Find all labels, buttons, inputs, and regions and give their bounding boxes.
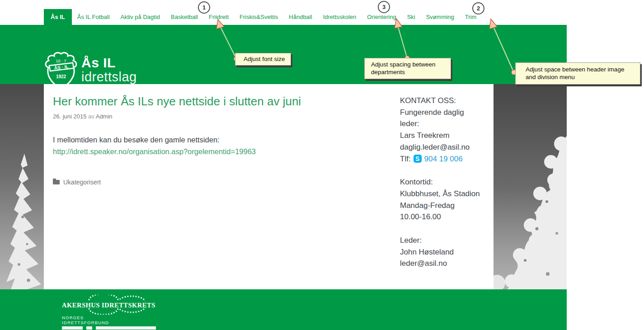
background-image-left [0, 84, 44, 289]
site-title-sub: idrettslag [81, 70, 137, 84]
contact-role-line1: Fungerende daglig [400, 107, 490, 118]
phone-row: Tlf: S 904 19 006 [400, 153, 490, 165]
office-line3: 10.00-16.00 [400, 211, 490, 223]
contact-block: KONTAKT OSS: Fungerende daglig leder: La… [400, 95, 490, 165]
post-category-row: Ukategorisert [53, 179, 351, 186]
webpage: Ås IL Ås IL Fotball Aktiv på Dagtid Bask… [0, 0, 567, 330]
nif-line1: NORGES [62, 315, 109, 320]
leader-block: Leder: John Høsteland leder@asil.no [400, 235, 490, 269]
phone-number-link[interactable]: 904 19 006 [424, 153, 463, 165]
post-author[interactable]: Admin [96, 113, 113, 120]
svg-text:1922: 1922 [56, 74, 66, 79]
nif-bar-3 [96, 326, 156, 330]
phone-label: Tlf: [400, 153, 411, 165]
nav-item-friskis-svettis[interactable]: Friskis&Svettis [234, 9, 283, 25]
contact-name: Lars Treekrem [400, 130, 490, 141]
svg-text:10 · 7: 10 · 7 [56, 59, 66, 63]
norges-idrettsforbund-text: NORGES IDRETTSFORBUND [62, 315, 109, 325]
nav-item-svomming[interactable]: Svømming [421, 9, 460, 25]
nav-item-idrettsskolen[interactable]: Idrettsskolen [318, 9, 362, 25]
post-meta-separator: av [88, 113, 94, 120]
annotation-number-1: 1 [198, 1, 210, 14]
main-area: Her kommer Ås ILs nye nettside i slutten… [0, 84, 567, 289]
nav-item-basketball[interactable]: Basketball [165, 9, 203, 25]
akershus-idrettskrets-text: AKERSHUS IDRETTSKRETS [62, 302, 152, 309]
office-line2: Mandag-Fredag [400, 200, 490, 212]
contact-role-line2: leder: [400, 118, 490, 130]
nav-item-as-il-fotball[interactable]: Ås IL Fotball [72, 9, 115, 25]
snowy-tree-right [494, 84, 567, 289]
post-meta: 26. juni 2015 av Admin [53, 113, 351, 120]
annotation-note-1: Adjust font size [235, 53, 291, 66]
office-hours-block: Kontortid: Klubbhuset, Ås Stadion Mandag… [400, 176, 490, 223]
nav-item-ski[interactable]: Ski [402, 9, 421, 25]
nif-bar-2 [86, 326, 92, 330]
nif-bar-1 [62, 326, 83, 330]
contact-heading: KONTAKT OSS: [400, 95, 490, 107]
post-date: 26. juni 2015 [53, 113, 86, 120]
nav-item-as-il[interactable]: Ås IL [44, 9, 72, 25]
category-link[interactable]: Ukategorisert [63, 179, 101, 186]
contact-email: daglig.leder@asil.no [400, 141, 490, 153]
blog-post: Her kommer Ås ILs nye nettside i slutten… [53, 84, 351, 186]
nav-item-handball[interactable]: Håndball [283, 9, 317, 25]
leader-name: John Høsteland [400, 246, 490, 258]
nif-logo-bars [62, 326, 156, 330]
office-heading: Kontortid: [400, 176, 490, 188]
screenshot-root: Ås IL Ås IL Fotball Aktiv på Dagtid Bask… [0, 0, 644, 330]
annotation-number-3: 3 [378, 1, 390, 13]
annotation-note-3: Adjust spacing between departments [364, 58, 451, 79]
post-title: Her kommer Ås ILs nye nettside i slutten… [53, 94, 351, 109]
post-body-text: I mellomtiden kan du besøke den gamle ne… [53, 134, 351, 146]
nav-item-aktiv-pa-dagtid[interactable]: Aktiv på Dagtid [115, 9, 165, 25]
site-title-main: Ås IL [81, 56, 137, 70]
annotation-note-2: Adjust space between header image and di… [515, 62, 640, 85]
folder-icon [53, 180, 60, 184]
site-footer: AKERSHUS IDRETTSKRETS NORGES IDRETTSFORB… [0, 289, 567, 330]
leader-email: leder@asil.no [400, 258, 490, 269]
annotation-number-2: 2 [472, 2, 484, 14]
skype-icon[interactable]: S [414, 155, 422, 163]
background-image-right [494, 84, 567, 289]
leader-heading: Leder: [400, 235, 490, 246]
contact-sidebar: KONTAKT OSS: Fungerende daglig leder: La… [400, 95, 490, 281]
akershus-idrettskrets-logo: AKERSHUS IDRETTSKRETS [62, 295, 152, 315]
site-title[interactable]: Ås IL idrettslag [81, 56, 137, 84]
content-panel: Her kommer Ås ILs nye nettside i slutten… [44, 84, 494, 289]
nif-line2: IDRETTSFORBUND [62, 320, 109, 325]
snowy-tree-left [0, 149, 44, 289]
office-line1: Klubbhuset, Ås Stadion [400, 188, 490, 200]
old-site-link[interactable]: http://idrett.speaker.no/organisation.as… [53, 147, 256, 156]
